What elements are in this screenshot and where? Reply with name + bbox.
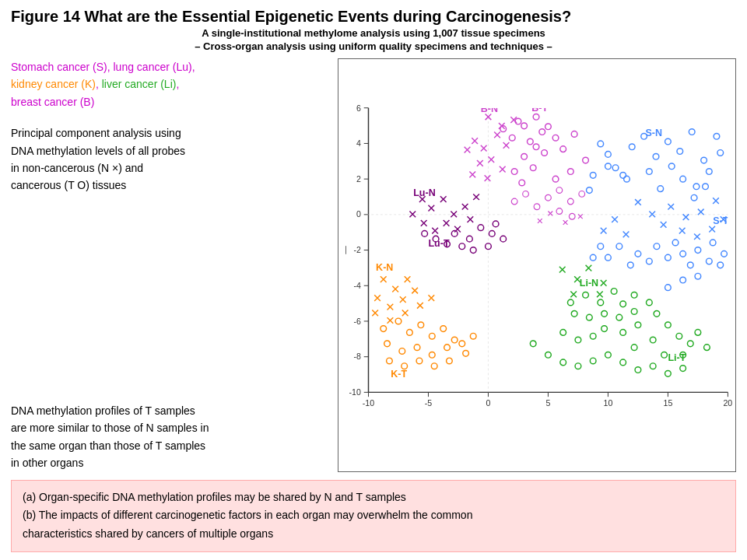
svg-point-294: [605, 352, 612, 358]
svg-point-270: [429, 333, 435, 339]
legend-breast: breast cancer (B): [11, 96, 94, 108]
svg-point-42: [545, 124, 552, 130]
svg-point-227: [631, 309, 637, 315]
svg-text:2: 2: [356, 174, 361, 184]
svg-point-38: [533, 114, 539, 120]
svg-point-103: [658, 186, 664, 192]
svg-point-222: [631, 292, 637, 298]
svg-text:10: 10: [604, 398, 613, 408]
svg-point-285: [387, 358, 393, 364]
svg-text:20: 20: [723, 398, 732, 408]
svg-point-187: [493, 221, 499, 227]
svg-point-224: [587, 314, 593, 320]
svg-point-136: [695, 247, 701, 254]
svg-point-177: [467, 236, 473, 242]
svg-point-139: [672, 240, 679, 246]
svg-point-296: [635, 367, 641, 373]
svg-point-303: [587, 187, 593, 194]
dna-description: DNA methylation profiles of T samples ar…: [11, 402, 330, 472]
svg-point-140: [665, 254, 672, 261]
svg-point-145: [616, 243, 622, 250]
svg-point-191: [545, 194, 552, 201]
svg-point-220: [611, 289, 617, 295]
svg-point-226: [616, 314, 622, 320]
svg-point-231: [601, 326, 608, 332]
svg-point-221: [620, 301, 626, 307]
svg-point-48: [530, 165, 536, 171]
svg-point-192: [556, 187, 563, 194]
page-title: Figure 14 What are the Essential Epigene…: [11, 8, 736, 26]
svg-point-101: [691, 194, 697, 201]
svg-point-85: [653, 153, 659, 159]
svg-point-95: [693, 184, 700, 190]
svg-point-87: [677, 149, 683, 155]
svg-point-194: [579, 191, 585, 198]
svg-point-41: [515, 118, 521, 124]
legend-kidney: kidney cancer (K): [11, 78, 96, 90]
svg-point-132: [710, 240, 716, 246]
svg-text:S-N: S-N: [646, 128, 663, 138]
svg-point-147: [598, 243, 604, 250]
svg-rect-0: [368, 108, 728, 393]
svg-point-49: [542, 150, 548, 156]
svg-point-234: [676, 333, 682, 339]
svg-point-91: [624, 176, 630, 182]
svg-text:-2: -2: [353, 245, 361, 254]
svg-point-40: [527, 138, 533, 145]
svg-point-146: [605, 254, 612, 261]
subtitle2: – Cross-organ analysis using uniform qua…: [11, 40, 736, 52]
svg-point-195: [556, 208, 563, 215]
legend-line1: Stomach cancer (S), lung cancer (Lu),: [11, 61, 195, 73]
svg-point-97: [717, 150, 724, 156]
svg-point-189: [523, 191, 529, 198]
svg-point-241: [704, 345, 710, 351]
svg-point-94: [680, 176, 686, 182]
svg-point-88: [689, 129, 695, 135]
svg-point-233: [665, 322, 672, 328]
svg-text:K-T: K-T: [391, 369, 407, 380]
svg-point-55: [552, 176, 559, 182]
svg-point-302: [620, 172, 626, 178]
svg-point-240: [695, 330, 701, 336]
svg-text:Li-N: Li-N: [580, 278, 598, 289]
svg-point-138: [680, 251, 686, 257]
scatter-chart: -10 -5 0 5 10 15 20: [338, 58, 736, 472]
svg-point-150: [680, 277, 686, 283]
svg-point-186: [500, 236, 507, 242]
svg-text:-8: -8: [353, 352, 361, 361]
svg-point-283: [416, 358, 423, 364]
svg-point-268: [407, 330, 413, 336]
svg-text:S-T: S-T: [713, 215, 729, 226]
svg-point-235: [650, 337, 656, 343]
svg-point-219: [598, 299, 604, 306]
svg-point-237: [661, 352, 668, 358]
svg-point-287: [575, 337, 581, 343]
svg-text:Li-T: Li-T: [668, 352, 686, 363]
svg-point-232: [654, 311, 660, 317]
svg-text:0: 0: [356, 209, 361, 219]
svg-point-96: [706, 169, 712, 175]
svg-point-135: [706, 258, 712, 264]
svg-text:-4: -4: [353, 281, 361, 290]
svg-text:-5: -5: [425, 398, 433, 408]
svg-point-281: [447, 358, 453, 364]
svg-point-178: [478, 225, 484, 231]
svg-point-271: [440, 326, 447, 332]
svg-point-273: [384, 341, 391, 347]
svg-text:6: 6: [356, 103, 361, 113]
svg-text:5: 5: [545, 398, 550, 408]
svg-point-47: [521, 153, 528, 159]
svg-point-151: [665, 285, 672, 291]
svg-point-90: [612, 165, 619, 171]
svg-text:-10: -10: [349, 387, 361, 397]
svg-point-56: [567, 169, 573, 175]
svg-point-217: [567, 299, 573, 306]
conclusion-line2: (b) The impacts of different carcinogene…: [23, 506, 724, 525]
svg-point-298: [665, 370, 672, 376]
svg-text:0: 0: [486, 398, 491, 408]
svg-point-83: [629, 144, 635, 150]
svg-point-278: [459, 341, 465, 347]
svg-point-293: [590, 358, 596, 364]
svg-point-43: [533, 144, 539, 150]
svg-point-282: [431, 363, 437, 369]
